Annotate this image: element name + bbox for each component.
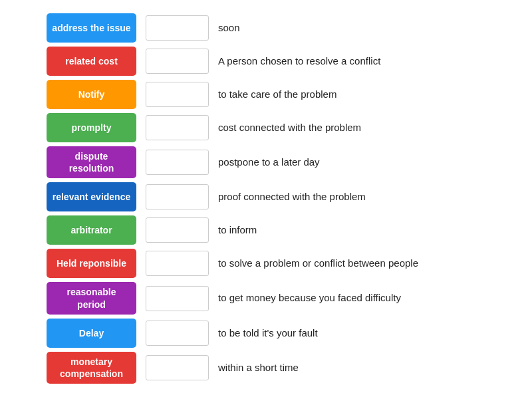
definition-text-relevant-evidence: proof connected with the problem: [218, 190, 485, 203]
answer-input-held-responsible[interactable]: [146, 251, 209, 276]
match-row: dispute resolutionpostpone to a later da…: [47, 146, 485, 178]
answer-input-address-the-issue[interactable]: [146, 15, 209, 41]
term-button-reasonable-period[interactable]: reasonable period: [47, 282, 136, 314]
answer-input-promptly[interactable]: [146, 115, 209, 140]
answer-input-relevant-evidence[interactable]: [146, 184, 209, 209]
term-button-monetary-compensation[interactable]: monetary compensation: [47, 352, 136, 384]
definition-text-address-the-issue: soon: [218, 21, 485, 35]
definition-text-delay: to be told it's your fault: [218, 327, 485, 340]
term-button-held-responsible[interactable]: Held reponsible: [47, 249, 136, 278]
definition-text-held-responsible: to solve a problem or conflict between p…: [218, 257, 485, 270]
definition-text-promptly: cost connected with the problem: [218, 121, 485, 134]
definition-text-dispute-resolution: postpone to a later day: [218, 156, 485, 169]
answer-input-notify[interactable]: [146, 82, 209, 107]
definition-text-related-cost: A person chosen to resolve a conflict: [218, 55, 485, 68]
term-button-promptly[interactable]: promplty: [47, 113, 136, 142]
match-row: Delayto be told it's your fault: [47, 319, 485, 348]
term-button-relevant-evidence[interactable]: relevant evidence: [47, 182, 136, 211]
answer-input-delay[interactable]: [146, 321, 209, 346]
match-row: Notifyto take care of the problem: [47, 80, 485, 109]
matching-exercise: address the issuesoonrelated costA perso…: [7, 7, 525, 390]
answer-input-dispute-resolution[interactable]: [146, 150, 209, 175]
match-row: monetary compensationwithin a short time: [47, 352, 485, 384]
match-row: Held reponsibleto solve a problem or con…: [47, 249, 485, 278]
answer-input-reasonable-period[interactable]: [146, 286, 209, 311]
term-button-dispute-resolution[interactable]: dispute resolution: [47, 146, 136, 178]
term-button-delay[interactable]: Delay: [47, 319, 136, 348]
match-row: relevant evidenceproof connected with th…: [47, 182, 485, 211]
match-row: related costA person chosen to resolve a…: [47, 47, 485, 76]
answer-input-monetary-compensation[interactable]: [146, 355, 209, 380]
match-row: arbitratorto inform: [47, 215, 485, 245]
term-button-address-the-issue[interactable]: address the issue: [47, 13, 136, 43]
definition-text-monetary-compensation: within a short time: [218, 361, 485, 374]
answer-input-arbitrator[interactable]: [146, 217, 209, 243]
match-row: prompltycost connected with the problem: [47, 113, 485, 142]
term-button-arbitrator[interactable]: arbitrator: [47, 215, 136, 245]
match-row: address the issuesoon: [47, 13, 485, 43]
match-row: reasonable periodto get money because yo…: [47, 282, 485, 314]
definition-text-arbitrator: to inform: [218, 223, 485, 237]
definition-text-reasonable-period: to get money because you faced difficult…: [218, 291, 485, 305]
term-button-related-cost[interactable]: related cost: [47, 47, 136, 76]
term-button-notify[interactable]: Notify: [47, 80, 136, 109]
definition-text-notify: to take care of the problem: [218, 88, 485, 101]
answer-input-related-cost[interactable]: [146, 49, 209, 74]
